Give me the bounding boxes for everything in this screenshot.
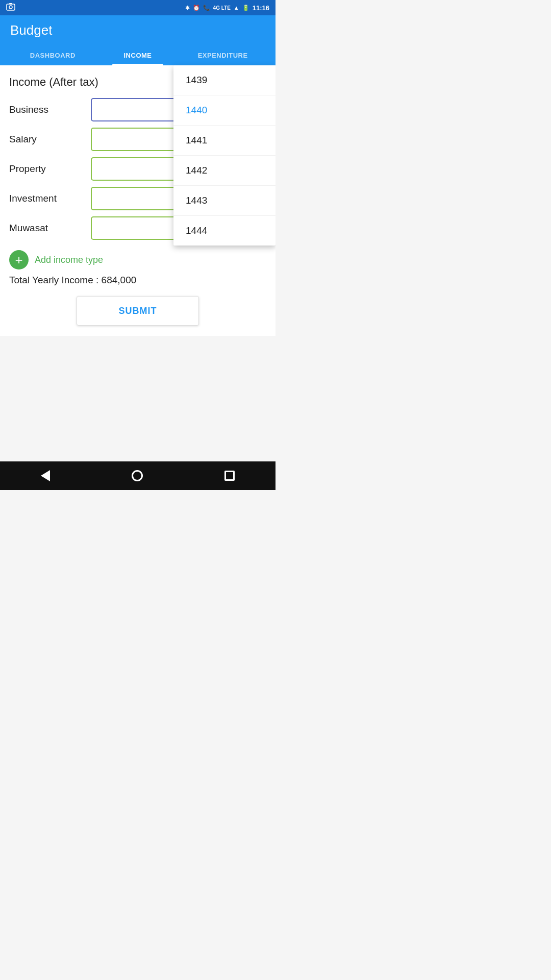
dropdown-item-1442[interactable]: 1442	[173, 156, 276, 186]
main-content: Income (After tax) Year Business Mon Sal…	[0, 65, 276, 336]
battery-icon: 🔋	[242, 5, 249, 11]
income-label-property: Property	[9, 163, 91, 175]
add-income-btn[interactable]: +	[9, 250, 29, 270]
svg-point-1	[9, 6, 12, 9]
app-header: Budget DASHBOARD INCOME EXPENDITURE	[0, 15, 276, 65]
bluetooth-icon: ✱	[185, 5, 190, 11]
nav-back-icon[interactable]	[41, 470, 50, 481]
status-bar-photo-icon	[6, 3, 15, 13]
signal-icon: ▲	[234, 5, 239, 11]
status-time: 11:16	[253, 4, 269, 12]
tab-income[interactable]: INCOME	[95, 45, 181, 65]
dropdown-item-1443[interactable]: 1443	[173, 186, 276, 216]
app-title: Budget	[10, 22, 265, 38]
nav-recent-icon[interactable]	[224, 471, 235, 481]
tab-dashboard[interactable]: DASHBOARD	[10, 45, 95, 65]
year-dropdown: 1439 1440 1441 1442 1443 1444	[173, 65, 276, 246]
svg-rect-2	[9, 3, 12, 5]
dropdown-item-1439[interactable]: 1439	[173, 65, 276, 95]
dropdown-item-1441[interactable]: 1441	[173, 126, 276, 156]
status-bar: ✱ ⏰ 📞 4G LTE ▲ 🔋 11:16	[0, 0, 276, 15]
total-yearly-income: Total Yearly Income : 684,000	[9, 275, 266, 286]
submit-button[interactable]: SUBMIT	[77, 296, 199, 326]
submit-container: SUBMIT	[9, 296, 266, 326]
income-label-salary: Salary	[9, 134, 91, 145]
add-income-label: Add income type	[35, 255, 103, 265]
section-title: Income (After tax)	[9, 76, 98, 89]
income-label-investment: Investment	[9, 193, 91, 204]
tab-bar: DASHBOARD INCOME EXPENDITURE	[10, 45, 265, 65]
nav-home-icon[interactable]	[132, 470, 143, 481]
income-label-muwasat: Muwasat	[9, 223, 91, 234]
dropdown-item-1444[interactable]: 1444	[173, 216, 276, 246]
add-income-row[interactable]: + Add income type	[9, 250, 266, 270]
phone-icon: 📞	[203, 5, 210, 11]
dropdown-item-1440[interactable]: 1440	[173, 95, 276, 126]
alarm-icon: ⏰	[193, 5, 200, 11]
svg-rect-0	[7, 4, 15, 10]
income-label-business: Business	[9, 104, 91, 115]
tab-expenditure[interactable]: EXPENDITURE	[180, 45, 265, 65]
lte-indicator: 4G LTE	[213, 5, 231, 11]
nav-bar	[0, 461, 276, 490]
